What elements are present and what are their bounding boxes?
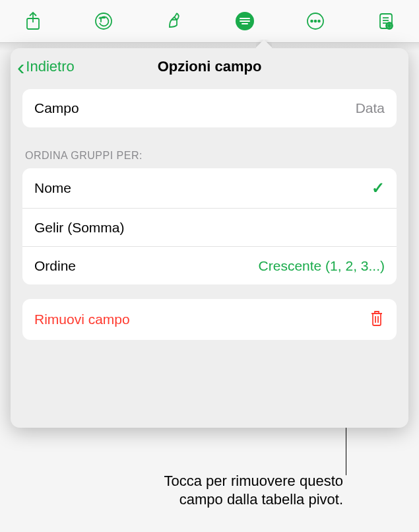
order-label: Ordine bbox=[34, 258, 76, 274]
order-value: Crescente (1, 2, 3...) bbox=[259, 258, 385, 274]
pivot-button[interactable] bbox=[218, 0, 271, 43]
chevron-left-icon: ‹ bbox=[17, 55, 24, 78]
field-card: Campo Data bbox=[22, 89, 397, 127]
sort-card: Nome ✓ Gelir (Somma) Ordine Crescente (1… bbox=[22, 168, 397, 284]
sort-option-gelir[interactable]: Gelir (Somma) bbox=[22, 208, 397, 246]
pivot-icon bbox=[235, 11, 255, 31]
remove-label: Rimuovi campo bbox=[34, 312, 130, 327]
order-row[interactable]: Ordine Crescente (1, 2, 3...) bbox=[22, 246, 397, 284]
field-options-popover: ‹ Indietro Opzioni campo Campo Data ORDI… bbox=[11, 48, 408, 428]
svg-point-15 bbox=[388, 24, 391, 27]
undo-icon bbox=[94, 11, 113, 31]
sort-option-label: Gelir (Somma) bbox=[34, 220, 125, 236]
field-label: Campo bbox=[34, 100, 79, 116]
popover-body: Campo Data ORDINA GRUPPI PER: Nome ✓ Gel… bbox=[11, 85, 408, 352]
popover-title: Opzioni campo bbox=[158, 58, 262, 75]
remove-card: Rimuovi campo bbox=[22, 299, 397, 340]
remove-field-button[interactable]: Rimuovi campo bbox=[22, 299, 397, 340]
share-button[interactable] bbox=[7, 0, 59, 43]
field-value: Data bbox=[356, 100, 385, 116]
callout-text: Tocca per rimuovere questo campo dalla t… bbox=[164, 472, 343, 510]
sort-option-label: Nome bbox=[34, 180, 71, 196]
svg-point-8 bbox=[315, 20, 317, 22]
svg-point-7 bbox=[311, 20, 313, 22]
back-button[interactable]: ‹ Indietro bbox=[17, 48, 75, 85]
top-toolbar bbox=[0, 0, 419, 43]
more-button[interactable] bbox=[289, 0, 342, 43]
share-icon bbox=[23, 11, 43, 31]
trash-icon bbox=[369, 310, 385, 329]
popover-arrow bbox=[256, 40, 272, 49]
undo-button[interactable] bbox=[77, 0, 130, 43]
read-mode-button[interactable] bbox=[360, 0, 412, 43]
back-label: Indietro bbox=[26, 58, 74, 75]
field-row[interactable]: Campo Data bbox=[22, 89, 397, 127]
popover-header: ‹ Indietro Opzioni campo bbox=[11, 48, 408, 85]
brush-icon bbox=[164, 11, 184, 31]
format-button[interactable] bbox=[148, 0, 201, 43]
more-icon bbox=[306, 11, 325, 31]
svg-point-9 bbox=[318, 20, 320, 22]
checkmark-icon: ✓ bbox=[371, 179, 385, 197]
sort-option-nome[interactable]: Nome ✓ bbox=[22, 168, 397, 208]
sort-section-header: ORDINA GRUPPI PER: bbox=[25, 150, 394, 162]
document-icon bbox=[376, 11, 396, 31]
